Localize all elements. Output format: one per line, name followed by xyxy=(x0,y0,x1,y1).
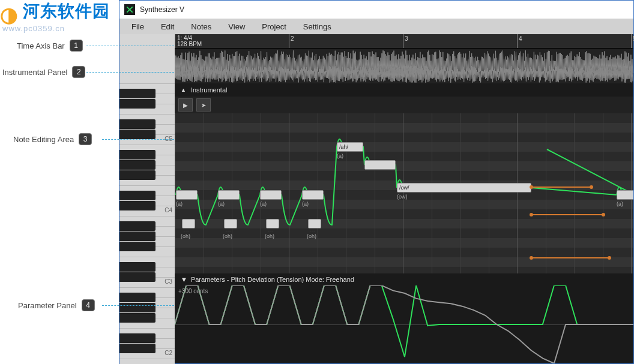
tempo-label: 128 BPM xyxy=(177,41,202,47)
parameter-panel[interactable]: +300 cents xyxy=(175,285,633,363)
annot-label-4: Parameter Panel xyxy=(18,301,77,310)
menu-file[interactable]: File xyxy=(123,20,152,34)
watermark-url: www.pc0359.cn xyxy=(2,24,65,33)
annot-badge-2: 2 xyxy=(72,66,85,78)
key-label-c3: C3 xyxy=(165,278,172,285)
phoneme-label: (oh) xyxy=(265,233,274,239)
instrumental-waveform[interactable] xyxy=(175,49,633,83)
watermark-text: 河东软件园 xyxy=(23,2,110,20)
phoneme-label: (ow) xyxy=(397,194,408,200)
gear-icon xyxy=(0,2,20,23)
menu-view[interactable]: View xyxy=(220,20,253,34)
note[interactable]: /ah/ xyxy=(337,142,363,152)
automation-segment[interactable] xyxy=(531,186,591,188)
beat-number: 4 xyxy=(519,35,522,42)
phoneme-label: (a) xyxy=(302,201,309,207)
menu-project[interactable]: Project xyxy=(253,20,294,34)
parameter-title: Parameters - Pitch Deviation (Tension) M… xyxy=(191,276,354,283)
phoneme-label: (a) xyxy=(260,201,267,207)
phoneme-label: (a) xyxy=(218,201,225,207)
beat-number: 2 xyxy=(291,35,294,42)
param-scale-label: +300 cents xyxy=(178,288,208,294)
instrumental-header[interactable]: ▲ Instrumental xyxy=(175,83,633,97)
annot-badge-3: 3 xyxy=(79,133,92,145)
note[interactable] xyxy=(176,190,198,200)
piano-keyboard[interactable]: C5C4C3C2 xyxy=(119,34,175,363)
note[interactable] xyxy=(302,190,324,200)
instrumental-label: Instrumental xyxy=(191,86,228,94)
title-bar: Synthesizer V xyxy=(119,1,633,19)
menu-bar: File Edit Notes View Project Settings xyxy=(119,19,633,34)
time-axis[interactable]: 1: 4/4 128 BPM 2345 xyxy=(175,34,633,49)
key-label-c4: C4 xyxy=(165,207,172,213)
annot-badge-1: 1 xyxy=(70,40,83,52)
annot-label-2: Instrumental Panel xyxy=(2,68,67,77)
pointer-tool-button[interactable]: ➤ xyxy=(196,98,211,112)
note[interactable] xyxy=(617,190,633,200)
note[interactable] xyxy=(260,190,282,200)
watermark: 河东软件园 www.pc0359.cn xyxy=(0,0,110,23)
collapse-down-icon[interactable]: ▼ xyxy=(181,276,187,283)
annot-label-1: Time Axis Bar xyxy=(17,41,65,50)
app-window: Synthesizer V File Edit Notes View Proje… xyxy=(119,0,634,364)
parameter-header[interactable]: ▼ Parameters - Pitch Deviation (Tension)… xyxy=(175,273,633,285)
automation-segment[interactable] xyxy=(531,214,603,215)
menu-notes[interactable]: Notes xyxy=(183,20,220,34)
note[interactable] xyxy=(218,190,240,200)
note-editing-area[interactable]: (a)…(oh)(a)…(oh)(a)…(oh)(a)…(oh)/ah/(a)/… xyxy=(175,113,633,273)
menu-settings[interactable]: Settings xyxy=(295,20,340,34)
phoneme-label: (a) xyxy=(617,201,623,207)
annot-label-3: Note Editing Area xyxy=(13,135,74,144)
phoneme-label: (oh) xyxy=(307,233,316,239)
automation-segment[interactable] xyxy=(531,257,609,258)
note[interactable] xyxy=(364,160,396,170)
beat-number: 3 xyxy=(405,35,408,42)
phoneme-label: (oh) xyxy=(181,233,190,239)
collapse-up-icon[interactable]: ▲ xyxy=(181,87,186,93)
menu-edit[interactable]: Edit xyxy=(152,20,183,34)
phoneme-label: (oh) xyxy=(223,233,232,239)
annot-badge-4: 4 xyxy=(82,299,95,311)
note[interactable]: /ow/ xyxy=(397,183,531,192)
phoneme-label: (a) xyxy=(337,153,343,159)
phoneme-label: (a) xyxy=(176,201,183,207)
key-label-c2: C2 xyxy=(165,350,172,356)
window-title: Synthesizer V xyxy=(140,5,184,14)
tool-row: ▶ ➤ xyxy=(175,97,633,113)
play-button[interactable]: ▶ xyxy=(178,98,193,112)
app-logo-icon xyxy=(124,4,135,15)
